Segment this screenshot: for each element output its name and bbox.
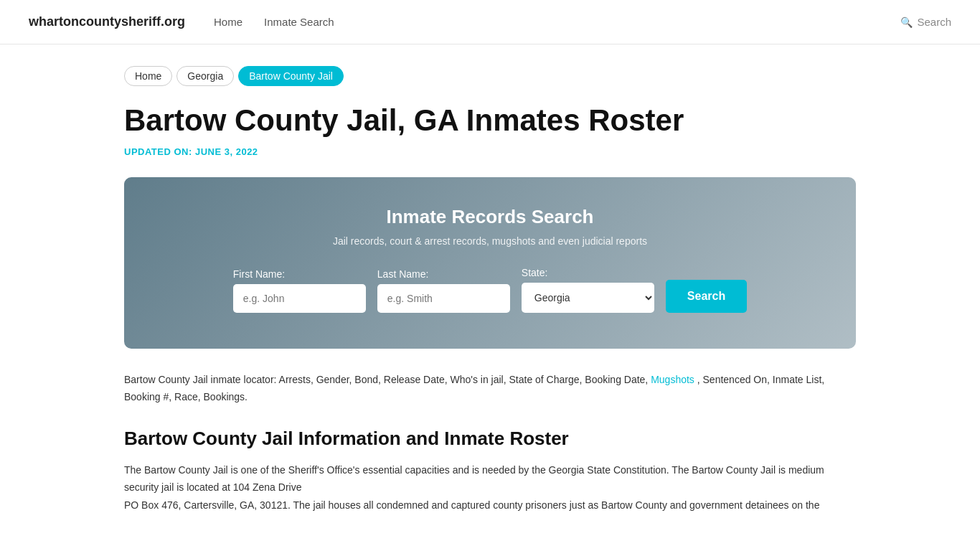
- mugshots-link[interactable]: Mugshots: [651, 374, 694, 385]
- last-name-group: Last Name:: [377, 268, 510, 313]
- search-card-subtitle: Jail records, court & arrest records, mu…: [167, 235, 813, 247]
- breadcrumb: Home Georgia Bartow County Jail: [124, 66, 856, 86]
- search-card: Inmate Records Search Jail records, cour…: [124, 177, 856, 349]
- main-content: Home Georgia Bartow County Jail Bartow C…: [95, 44, 885, 535]
- breadcrumb-bartow[interactable]: Bartow County Jail: [238, 66, 344, 86]
- navbar-nav: Home Inmate Search: [214, 16, 872, 28]
- nav-home[interactable]: Home: [214, 16, 242, 28]
- state-label: State:: [522, 267, 548, 278]
- description-text: Bartow County Jail inmate locator: Arres…: [124, 372, 856, 406]
- first-name-input[interactable]: [233, 284, 366, 313]
- search-icon: 🔍: [900, 17, 913, 28]
- nav-inmate-search[interactable]: Inmate Search: [264, 16, 334, 28]
- breadcrumb-home[interactable]: Home: [124, 66, 172, 86]
- navbar: whartoncountysheriff.org Home Inmate Sea…: [0, 0, 980, 44]
- first-name-label: First Name:: [233, 268, 285, 280]
- navbar-search-label: Search: [917, 16, 951, 28]
- last-name-label: Last Name:: [377, 268, 429, 280]
- state-group: State: AlabamaAlaskaArizonaArkansasCalif…: [522, 267, 654, 313]
- search-button[interactable]: Search: [666, 280, 747, 313]
- section-title: Bartow County Jail Information and Inmat…: [124, 428, 856, 450]
- updated-label: UPDATED ON: JUNE 3, 2022: [124, 146, 856, 157]
- page-title: Bartow County Jail, GA Inmates Roster: [124, 103, 856, 138]
- search-card-title: Inmate Records Search: [167, 206, 813, 228]
- navbar-brand[interactable]: whartoncountysheriff.org: [29, 14, 185, 29]
- breadcrumb-georgia[interactable]: Georgia: [176, 66, 234, 86]
- last-name-input[interactable]: [377, 284, 510, 313]
- body-text-1: The Bartow County Jail is one of the She…: [124, 461, 856, 514]
- first-name-group: First Name:: [233, 268, 366, 313]
- search-form: First Name: Last Name: State: AlabamaAla…: [167, 267, 813, 313]
- navbar-search[interactable]: 🔍 Search: [900, 16, 951, 28]
- state-select[interactable]: AlabamaAlaskaArizonaArkansasCaliforniaCo…: [522, 283, 654, 313]
